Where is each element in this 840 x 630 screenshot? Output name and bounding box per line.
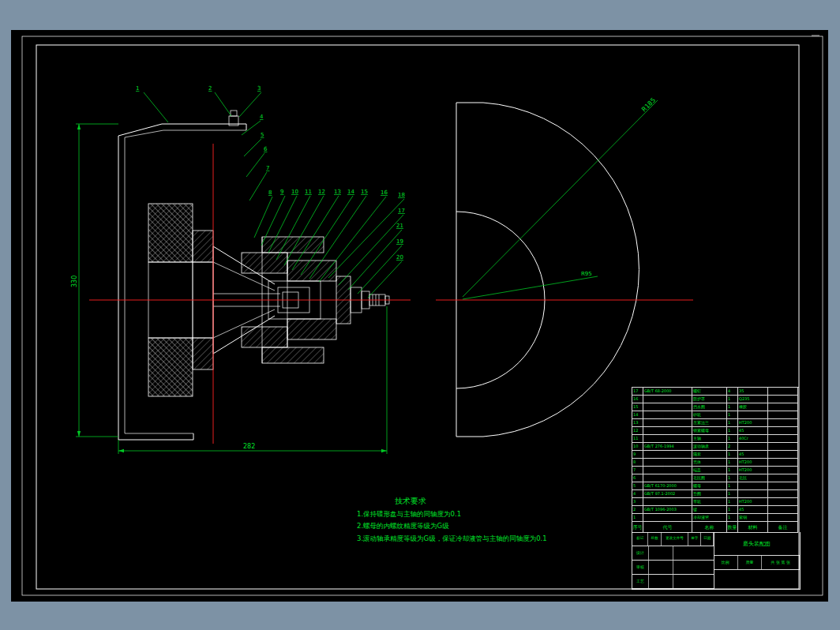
- table-row: 15挡水圈1橡胶: [632, 403, 799, 411]
- tech-requirement-line: 1.保持碟形盘与主轴的同轴度为0.1: [357, 510, 609, 519]
- leader-number: 14: [347, 189, 354, 195]
- title-block: 标记 处数 更改文件号 签字 日期 设计 审核 工艺 磨头装配图 比例: [632, 532, 801, 590]
- table-cell: 8: [632, 459, 643, 467]
- leader-number: 2: [208, 85, 212, 92]
- leader-number: 1: [136, 85, 139, 92]
- table-cell: 防护罩: [692, 396, 727, 403]
- table-cell: 16: [632, 396, 643, 403]
- leader-number: 19: [396, 238, 403, 245]
- table-cell: 1: [727, 396, 738, 403]
- table-cell: [643, 396, 692, 403]
- table-row: 5GB/T 6170-2000螺母1: [632, 482, 799, 490]
- leader-number: 4: [260, 114, 264, 120]
- leader-number: 6: [264, 146, 268, 152]
- table-cell: 14: [632, 411, 643, 419]
- table-cell: 橡胶: [738, 403, 768, 411]
- table-cell: [643, 459, 692, 467]
- table-cell: 7: [632, 467, 643, 474]
- revision-cell: 签字: [688, 532, 702, 546]
- table-cell: 40Cr: [738, 435, 768, 443]
- table-row: 6毛毡圈1毛毡: [632, 474, 799, 482]
- table-cell: 35: [738, 388, 768, 396]
- table-cell: 1: [727, 403, 738, 411]
- radius-inner-label: R95: [581, 271, 592, 277]
- table-cell: GB/T 6170-2000: [643, 482, 692, 490]
- table-cell: [643, 435, 692, 443]
- signature-cell: [649, 575, 673, 588]
- table-cell: [643, 427, 692, 435]
- leader-number: 13: [334, 189, 341, 195]
- table-cell: 3: [632, 498, 643, 506]
- table-cell: 12: [632, 427, 643, 435]
- leader-line: [339, 215, 403, 285]
- centerlines: [89, 144, 693, 444]
- table-cell: 1: [727, 411, 738, 419]
- table-cell: 5: [632, 482, 643, 490]
- leader-line: [249, 172, 267, 201]
- leader-number: 17: [398, 208, 405, 214]
- table-cell: 1: [727, 482, 738, 490]
- table-cell: 6: [632, 474, 643, 482]
- drawing-title: 磨头装配图: [714, 532, 800, 556]
- table-cell: 1: [727, 514, 738, 522]
- table-cell: GB/T 97.1-2002: [643, 490, 692, 498]
- table-cell: 冷却液管: [692, 514, 727, 522]
- table-cell: 10: [632, 443, 643, 451]
- table-cell: 2: [727, 443, 738, 451]
- leader-line: [244, 139, 261, 156]
- title-block-right: 磨头装配图 比例 质量 共 张 第 张: [714, 532, 800, 589]
- table-cell: 1: [632, 514, 643, 522]
- revision-cell: 更改文件号: [662, 532, 688, 546]
- table-cell: [738, 482, 768, 490]
- table-cell: HT200: [738, 459, 768, 467]
- parts-table-rows: 17GB/T 68-2000螺钉43516防护罩1Q23515挡水圈1橡胶14砂…: [632, 387, 799, 522]
- table-cell: 45: [738, 506, 768, 514]
- table-cell: [768, 451, 798, 459]
- table-cell: 1: [727, 427, 738, 435]
- leader-number: 20: [396, 254, 403, 261]
- table-cell: [768, 474, 798, 482]
- table-cell: 端盖: [692, 467, 727, 474]
- table-cell: [768, 459, 798, 467]
- leader-line: [246, 153, 264, 177]
- table-row: 12锁紧螺母145: [632, 427, 799, 435]
- role-label: 设计: [632, 546, 649, 560]
- table-cell: [643, 514, 692, 522]
- table-row: 14砂轮1: [632, 411, 799, 419]
- tech-requirements: 技术要求 1.保持碟形盘与主轴的同轴度为0.1 2.螺母的内螺纹精度等级为G级 …: [357, 496, 609, 544]
- leader-line: [239, 92, 261, 117]
- table-cell: 45: [738, 451, 768, 459]
- leader-line: [144, 92, 168, 122]
- table-header-cell: 名称: [692, 522, 727, 533]
- parts-table: 17GB/T 68-2000螺钉43516防护罩1Q23515挡水圈1橡胶14砂…: [632, 387, 799, 533]
- leader-line: [254, 197, 272, 238]
- radius-outer-label: R185: [640, 96, 657, 113]
- radius-dimensions: R185 R95: [463, 96, 658, 299]
- table-cell: [738, 490, 768, 498]
- leader-number: 5: [261, 132, 264, 138]
- dim-height-label: 330: [71, 276, 78, 287]
- tech-requirement-line: 2.螺母的内螺纹精度等级为G级: [357, 522, 609, 531]
- table-cell: [768, 419, 798, 427]
- dim-width-label: 282: [243, 443, 255, 450]
- table-cell: 1: [727, 467, 738, 474]
- table-cell: 键: [692, 506, 727, 514]
- table-cell: 滚动轴承: [692, 443, 727, 451]
- table-cell: 15: [632, 403, 643, 411]
- mass-label: 质量: [738, 556, 763, 569]
- table-cell: [768, 498, 798, 506]
- table-cell: 毛毡圈: [692, 474, 727, 482]
- parts-table-header: 序号代号名称数量材料备注: [632, 522, 799, 533]
- table-cell: 11: [632, 435, 643, 443]
- table-cell: 螺钉: [692, 388, 727, 396]
- table-row: 11主轴140Cr: [632, 435, 799, 443]
- leader-line: [348, 230, 402, 290]
- table-cell: GB/T 1096-2003: [643, 506, 692, 514]
- table-cell: [768, 396, 798, 403]
- table-cell: 1: [727, 498, 738, 506]
- table-cell: [643, 411, 692, 419]
- table-row: 13压紧法兰1HT200: [632, 419, 799, 427]
- table-cell: 17: [632, 388, 643, 396]
- leader-line: [215, 92, 231, 116]
- leader-line: [242, 121, 261, 135]
